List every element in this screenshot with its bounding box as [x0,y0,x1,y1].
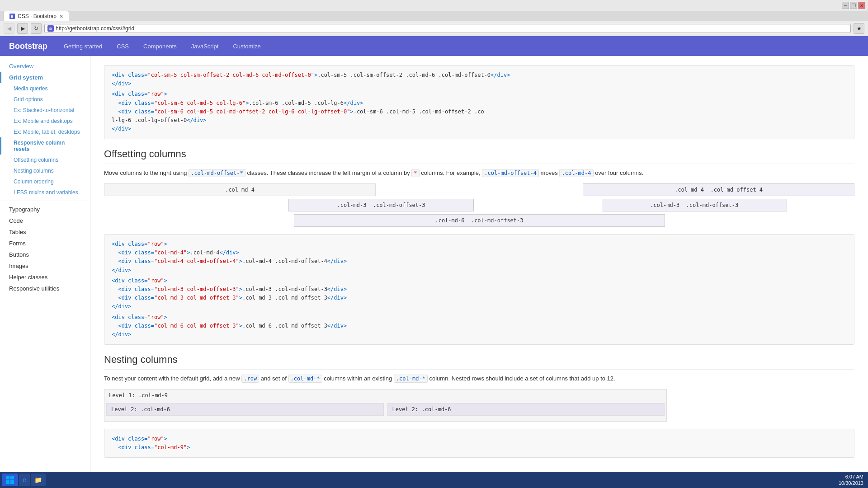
offset-code-8: </div> [112,302,847,311]
offsetting-desc: Move columns to the right using .col-md-… [104,169,854,178]
demo-col-md6-offset3: .col-md-6 .col-md-offset-3 [294,214,665,227]
nesting-code-block: <div class="row"> <div class="col-md-9"> [104,429,854,458]
sidebar-item-overview[interactable]: Overview [0,61,90,72]
sidebar-item-code[interactable]: Code [0,215,90,226]
tab-close-icon[interactable]: ✕ [59,14,63,19]
nav-css[interactable]: CSS [109,38,136,55]
offset-code-1: .col-md-offset-* [189,169,245,177]
browser-titlebar: ─ ❐ ✕ [0,0,868,11]
sidebar-item-grid-options[interactable]: Grid options [0,94,90,105]
nav-javascript[interactable]: JavaScript [184,38,226,55]
address-input[interactable]: http://getbootstrap.com/css/#grid [56,25,848,32]
windows-logo-icon [5,475,14,484]
back-button[interactable]: ◀ [4,23,14,34]
taskbar-explorer-button[interactable]: 📁 [31,474,46,486]
nesting-level2b: Level 2: .col-md-6 [387,403,665,416]
tab-label: CSS · Bootstrap [18,13,57,19]
offset-code-9: <div class="row"> [112,313,847,322]
forward-button[interactable]: ▶ [17,23,28,34]
offset-desc-3: columns. For example, [421,169,481,176]
taskbar-ie-button[interactable]: e [19,474,30,486]
sidebar-item-column-ordering[interactable]: Column ordering [0,176,90,187]
sidebar-item-tables[interactable]: Tables [0,226,90,238]
sidebar: Overview Grid system Media queries Grid … [0,56,90,488]
nesting-level2a: Level 2: .col-md-6 [106,403,384,416]
offset-desc-4: moves [541,169,558,176]
page-container: Overview Grid system Media queries Grid … [0,56,868,488]
sidebar-item-grid-system[interactable]: Grid system [0,72,90,83]
active-tab[interactable]: B CSS · Bootstrap ✕ [4,11,69,21]
start-button[interactable] [2,474,18,486]
svg-rect-1 [10,476,14,479]
sidebar-item-mobile-desktops[interactable]: Ex: Mobile and desktops [0,116,90,127]
code-line-4: <div class="col-sm-6 col-md-5 col-lg-6">… [112,99,847,108]
sidebar-item-forms[interactable]: Forms [0,238,90,249]
tab-favicon: B [9,14,15,19]
code-line-5b: l-lg-6 .col-lg-offset-0</div> [112,116,847,125]
offset-code-1: <div class="row"> [112,240,847,249]
sidebar-item-responsive-utilities[interactable]: Responsive utilities [0,283,90,294]
tab-bar: B CSS · Bootstrap ✕ [0,11,868,21]
offset-code-10: <div class="col-md-6 col-md-offset-3">.c… [112,322,847,330]
brand-logo[interactable]: Bootstrap [9,42,47,51]
nesting-code-3: .col-md-* [394,375,428,383]
sidebar-item-responsive-resets[interactable]: Responsive column resets [0,137,90,155]
browser-toolbar: ◀ ▶ ↻ B http://getbootstrap.com/css/#gri… [0,21,868,36]
offset-code-6: <div class="col-md-3 col-md-offset-3">.c… [112,285,847,294]
svg-rect-2 [6,480,9,484]
sidebar-item-buttons[interactable]: Buttons [0,249,90,260]
address-bar[interactable]: B http://getbootstrap.com/css/#grid [44,24,851,33]
offset-desc-5: over four columns. [595,169,643,176]
sidebar-item-stacked-horizontal[interactable]: Ex: Stacked-to-horizontal [0,105,90,116]
sidebar-item-images[interactable]: Images [0,260,90,272]
close-button[interactable]: ✕ [858,2,865,9]
taskbar-tray: 6:07 AM 10/30/2013 [839,474,866,487]
svg-rect-0 [6,476,9,479]
sidebar-item-nesting[interactable]: Nesting columns [0,165,90,176]
restore-button[interactable]: ❐ [850,2,857,9]
nesting-desc-2: and set of [261,375,287,382]
sidebar-item-helper-classes[interactable]: Helper classes [0,272,90,283]
sidebar-item-less-mixins[interactable]: LESS mixins and variables [0,187,90,198]
code-line-2: </div> [112,80,847,88]
browser-chrome: ─ ❐ ✕ B CSS · Bootstrap ✕ ◀ ▶ ↻ B http:/… [0,0,868,36]
explorer-icon: 📁 [34,476,42,483]
taskbar-clock: 6:07 AM 10/30/2013 [839,474,863,487]
nav-components[interactable]: Components [136,38,184,55]
demo-col-md3-offset3-a: .col-md-3 .col-md-offset-3 [288,199,474,211]
favorites-button[interactable]: ★ [854,23,864,34]
nesting-demo: Level 1: .col-md-9 Level 2: .col-md-6 Le… [104,389,667,422]
nav-getting-started[interactable]: Getting started [57,38,109,55]
sidebar-item-offsetting[interactable]: Offsetting columns [0,155,90,165]
demo-row-1: .col-md-4 .col-md-4 .col-md-offset-4 [104,183,854,196]
offset-code-4: .col-md-4 [559,169,593,177]
taskbar-time: 6:07 AM [839,474,863,480]
nesting-code-2: .col-md-* [288,375,322,383]
sidebar-divider-1 [0,201,90,201]
sidebar-item-media-queries[interactable]: Media queries [0,83,90,94]
nesting-code-line-2: <div class="col-md-9"> [112,443,847,452]
sidebar-item-mobile-tablet-desktops[interactable]: Ex: Mobile, tablet, desktops [0,127,90,137]
nesting-desc-1: To nest your content with the default gr… [104,375,240,382]
nav-customize[interactable]: Customize [226,38,268,55]
nesting-heading: Nesting columns [104,354,854,370]
main-content[interactable]: <div class="col-sm-5 col-sm-offset-2 col… [90,56,868,488]
refresh-button[interactable]: ↻ [31,23,42,34]
bootstrap-navbar: Bootstrap Getting started CSS Components… [0,36,868,56]
demo-spacer-5 [104,214,294,227]
offset-code-11: </div> [112,330,847,339]
svg-rect-3 [10,480,14,484]
content-inner: <div class="col-sm-5 col-sm-offset-2 col… [90,56,868,474]
offset-code-block: <div class="row"> <div class="col-md-4">… [104,234,854,345]
sidebar-item-typography[interactable]: Typography [0,204,90,215]
nesting-code-line-1: <div class="row"> [112,435,847,443]
demo-spacer-3 [476,199,602,211]
offset-code-7: <div class="col-md-3 col-md-offset-3">.c… [112,294,847,302]
demo-col-md3-offset3-b: .col-md-3 .col-md-offset-3 [602,199,787,211]
demo-col-md4: .col-md-4 [104,183,376,196]
demo-col-md4-offset4: .col-md-4 .col-md-offset-4 [583,183,854,196]
offset-code-2: <div class="col-md-4">.col-md-4</div> [112,249,847,257]
minimize-button[interactable]: ─ [842,2,849,9]
offset-code-3: <div class="col-md-4 col-md-offset-4">.c… [112,257,847,266]
nesting-level1-label: Level 1: .col-md-9 [104,389,666,401]
